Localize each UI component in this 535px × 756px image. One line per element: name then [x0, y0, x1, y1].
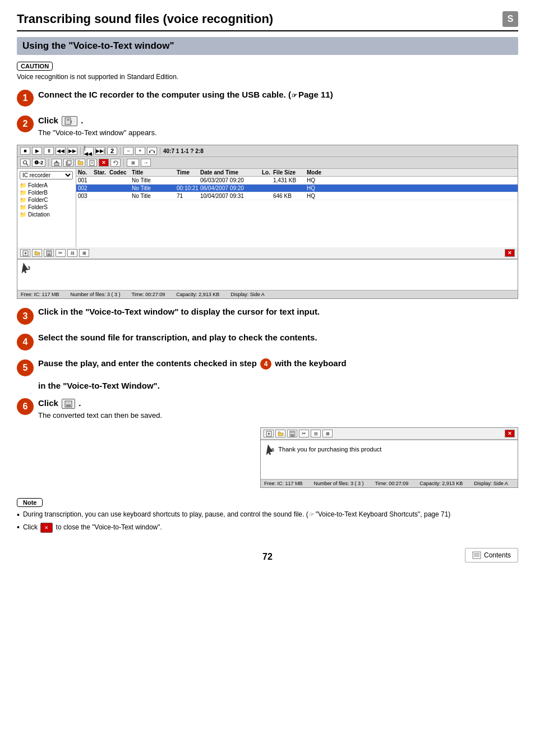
svg-rect-0	[65, 118, 71, 125]
dictation-item[interactable]: 📁Dictation	[20, 211, 73, 218]
step-2-sub: The "Voice-to-Text window" appears.	[38, 128, 518, 137]
svg-text:6: 6	[271, 447, 274, 453]
svg-rect-19	[48, 253, 50, 256]
window-toolbar-2: ❹-2 ✕ ⊞ →	[17, 157, 518, 169]
folder-btn[interactable]	[75, 159, 85, 167]
play-btn[interactable]: ▶	[32, 147, 42, 155]
status-free-1: Free: IC: 117 MB	[21, 292, 59, 297]
num2-btn[interactable]: 2	[107, 147, 117, 155]
step-4-text: Select the sound file for transcription,…	[38, 333, 317, 342]
step-5-content: Pause the play, and enter the contents c…	[38, 358, 518, 370]
svg-rect-29	[291, 434, 294, 436]
footer: 72 Contents	[17, 544, 518, 566]
pause-btn[interactable]: ⏸	[44, 147, 54, 155]
vtt-close-btn[interactable]: ✕	[505, 249, 515, 257]
step-2-button-icon: /	[62, 116, 77, 126]
search-btn[interactable]	[20, 159, 30, 167]
vtt-open-btn[interactable]	[32, 249, 42, 257]
window2-text-content: Thank you for purchasing this product	[278, 446, 381, 453]
close-x-btn[interactable]: ✕	[99, 159, 109, 167]
vtt-cut-btn[interactable]: ✂	[56, 249, 66, 257]
svg-marker-14	[114, 162, 116, 163]
status-capacity-2: Capacity: 2,913 KB	[419, 481, 463, 486]
folder-a-item[interactable]: 📁FolderA	[20, 182, 73, 189]
w2-open-btn[interactable]	[275, 430, 285, 437]
rewind-btn[interactable]: ◀◀	[56, 147, 66, 155]
file-list-row-3[interactable]: 003 No Title 71 10/04/2007 09:31 646 KB …	[76, 192, 518, 200]
w2-close-btn[interactable]: ✕	[505, 430, 515, 437]
step-2-content: Click / . The "Voice-to-Text window" app…	[38, 114, 518, 137]
counter-label: 40:7 1 1-1 ? 2:8	[163, 148, 204, 154]
window-mockup-1: ■ ▶ ⏸ ◀◀ ▶▶ |◀◀ ▶▶| 2 − + 40:7 1 1-1 ? 2…	[17, 145, 518, 299]
step-6-text: Click .	[38, 398, 81, 408]
step-1-text: Connect the IC recorder to the computer …	[38, 90, 333, 99]
page-title: Transcribing sound files (voice recognit…	[17, 12, 273, 26]
svg-line-6	[26, 164, 28, 165]
folder-b-item[interactable]: 📁FolderB	[20, 189, 73, 196]
note-item-1: • During transcription, you can use keyb…	[17, 510, 518, 520]
window-toolbar-1: ■ ▶ ⏸ ◀◀ ▶▶ |◀◀ ▶▶| 2 − + 40:7 1 1-1 ? 2…	[17, 145, 518, 157]
folder-s-item[interactable]: 📁FolderS	[20, 204, 73, 211]
w2-step6-icon: 6	[264, 445, 278, 453]
w2-cut-btn[interactable]: ✂	[299, 430, 309, 437]
step-3-text: Click in the "Voice-to-Text window" to d…	[38, 307, 320, 316]
file-list-row-1[interactable]: 001 No Title 06/03/2007 09:20 1,431 KB H…	[76, 177, 518, 185]
step-3-icon: 3	[20, 264, 32, 271]
page-number: 72	[262, 552, 273, 562]
vtt-new-btn[interactable]	[20, 249, 30, 257]
headphone-btn[interactable]	[147, 147, 157, 155]
window-status-2: Free: IC: 117 MB Number of files: 3 ( 3 …	[261, 479, 518, 487]
note-badge: Note	[17, 498, 43, 507]
arrow-btn[interactable]: →	[141, 159, 151, 167]
caution-text: Voice recognition is not supported in St…	[17, 73, 518, 81]
file-list-row-2[interactable]: 002 No Title 00:10:21 06/04/2007 09:20 H…	[76, 185, 518, 192]
ffwd-btn[interactable]: ▶▶	[67, 147, 77, 155]
vtt-paste-btn[interactable]: ⊞	[79, 249, 89, 257]
svg-marker-8	[55, 160, 58, 163]
folder-c-item[interactable]: 📁FolderC	[20, 196, 73, 204]
doc-btn[interactable]	[87, 159, 97, 167]
skip-back-btn[interactable]: |◀◀	[84, 147, 94, 155]
window-body: IC recorder 📁FolderA 📁FolderB 📁FolderC 📁…	[17, 169, 518, 247]
stop-btn[interactable]: ■	[20, 147, 30, 155]
svg-rect-24	[67, 401, 70, 403]
contents-button[interactable]: Contents	[465, 548, 518, 563]
w2-new-btn[interactable]	[264, 430, 274, 437]
step-5-continuation: in the "Voice-to-Text Window".	[38, 381, 518, 390]
copy-btn[interactable]	[63, 159, 73, 167]
step-5: 5 Pause the play, and enter the contents…	[17, 358, 518, 376]
window2-text-area[interactable]: 6 Thank you for purchasing this product	[261, 440, 518, 479]
refresh-btn[interactable]	[110, 159, 121, 167]
step-4-content: Select the sound file for transcription,…	[38, 333, 518, 342]
upload-btn[interactable]	[52, 159, 62, 167]
vtt-cols-btn[interactable]: ⊟	[67, 249, 77, 257]
step-4: 4 Select the sound file for transcriptio…	[17, 333, 518, 351]
plus-btn[interactable]: +	[135, 147, 145, 155]
status-free-2: Free: IC: 117 MB	[264, 481, 303, 486]
step-5-number: 5	[17, 359, 34, 376]
file-tree: IC recorder 📁FolderA 📁FolderB 📁FolderC 📁…	[17, 169, 76, 247]
vtt-toolbar: ✂ ⊟ ⊞ ✕	[17, 247, 518, 259]
w2-paste-btn[interactable]: ⊞	[322, 430, 333, 437]
vtt-save-btn[interactable]	[44, 249, 54, 257]
step-2-text: Click / .	[38, 116, 83, 125]
skip-fwd-btn[interactable]: ▶▶|	[95, 147, 105, 155]
contents-label: Contents	[484, 551, 511, 559]
status-display-2: Display: Side A	[474, 481, 508, 486]
svg-rect-1	[67, 119, 70, 121]
status-number-1: Number of files: 3 ( 3 )	[71, 292, 121, 297]
step-1-content: Connect the IC recorder to the computer …	[38, 89, 518, 100]
s-badge: S	[502, 11, 518, 27]
step-5-ref-num: 4	[260, 358, 271, 370]
step-2: 2 Click / . The "Voice-to-Text window" a…	[17, 114, 518, 137]
w2-cols-btn[interactable]: ⊟	[311, 430, 321, 437]
minus-btn[interactable]: −	[123, 147, 133, 155]
ic-recorder-select[interactable]: IC recorder	[20, 171, 73, 179]
split-btn[interactable]: ⊞	[127, 159, 139, 167]
vtt-area[interactable]: 3 Voice-to-text window	[17, 259, 518, 290]
w2-save-btn[interactable]	[287, 430, 297, 437]
step-6-save-icon	[62, 399, 75, 409]
step-4-number: 4	[17, 334, 34, 351]
caution-badge: CAUTION	[17, 62, 53, 71]
step-3-number: 3	[17, 308, 34, 325]
